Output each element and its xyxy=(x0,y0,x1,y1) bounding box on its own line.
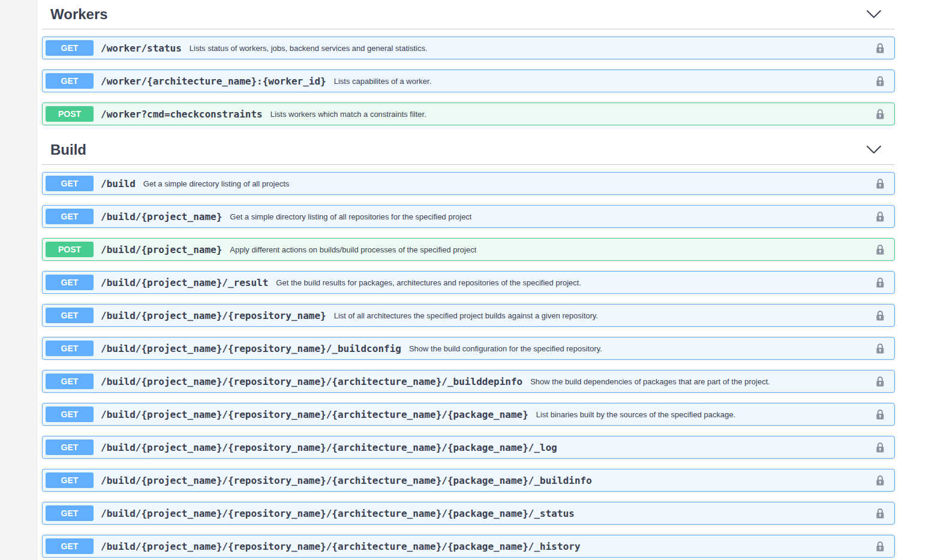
method-badge: GET xyxy=(46,341,94,356)
method-badge: GET xyxy=(46,209,94,224)
method-badge: GET xyxy=(46,374,94,389)
endpoint-path: /worker?cmd=checkconstraints xyxy=(101,109,263,120)
endpoint-path: /build/{project_name}/{repository_name}/… xyxy=(101,508,575,519)
method-badge: GET xyxy=(46,439,94,455)
lock-icon[interactable] xyxy=(872,442,888,453)
endpoint-row[interactable]: GET /worker/{architecture_name}:{worker_… xyxy=(42,70,895,92)
lock-icon[interactable] xyxy=(872,109,888,120)
endpoint-path: /build/{project_name}/{repository_name}/… xyxy=(101,442,557,453)
lock-icon[interactable] xyxy=(872,76,888,87)
endpoint-row[interactable]: POST /build/{project_name} Apply differe… xyxy=(42,238,895,261)
endpoint-description: Get a simple directory listing of all pr… xyxy=(143,179,289,188)
endpoint-path: /build xyxy=(101,178,136,189)
endpoint-row[interactable]: GET /build/{project_name}/{repository_na… xyxy=(42,502,895,525)
endpoint-path: /build/{project_name}/{repository_name}/… xyxy=(101,475,592,486)
lock-icon[interactable] xyxy=(872,343,888,354)
section-operations: GET /build Get a simple directory listin… xyxy=(42,172,895,558)
endpoint-description: Lists workers which match a constraints … xyxy=(270,110,426,119)
section-header[interactable]: Workers xyxy=(42,0,895,29)
endpoint-path: /worker/{architecture_name}:{worker_id} xyxy=(101,76,326,87)
method-badge: GET xyxy=(46,538,94,554)
lock-icon[interactable] xyxy=(872,43,888,54)
lock-icon[interactable] xyxy=(872,541,888,552)
method-badge: GET xyxy=(46,308,94,323)
lock-icon[interactable] xyxy=(872,508,888,519)
endpoint-description: Get the build results for packages, arch… xyxy=(276,278,581,287)
section-operations: GET /worker/status Lists status of worke… xyxy=(42,37,895,125)
endpoint-row[interactable]: GET /build/{project_name}/{repository_na… xyxy=(42,436,895,459)
endpoint-row[interactable]: GET /build/{project_name}/{repository_na… xyxy=(42,370,895,393)
lock-icon[interactable] xyxy=(872,310,888,321)
lock-icon[interactable] xyxy=(872,178,888,189)
endpoint-description: Show the build configuration for the spe… xyxy=(409,344,602,353)
api-section: Workers GET /worker/status Lists status … xyxy=(42,0,895,125)
endpoint-path: /build/{project_name}/{repository_name}/… xyxy=(101,343,401,354)
chevron-down-icon[interactable] xyxy=(865,145,883,155)
endpoint-path: /build/{project_name}/_result xyxy=(101,277,268,288)
method-badge: GET xyxy=(46,40,94,56)
endpoint-row[interactable]: GET /build/{project_name}/{repository_na… xyxy=(42,337,895,360)
endpoint-description: List of all architectures the specified … xyxy=(334,311,599,320)
endpoint-path: /build/{project_name}/{repository_name}/… xyxy=(101,376,522,387)
method-badge: GET xyxy=(46,275,94,290)
endpoint-row[interactable]: GET /build/{project_name}/{repository_na… xyxy=(42,403,895,426)
endpoint-row[interactable]: POST /worker?cmd=checkconstraints Lists … xyxy=(42,103,895,125)
section-title: Build xyxy=(50,141,86,158)
chevron-down-icon[interactable] xyxy=(865,10,883,19)
method-badge: GET xyxy=(46,176,94,191)
endpoint-row[interactable]: GET /build Get a simple directory listin… xyxy=(42,172,895,195)
endpoint-description: Get a simple directory listing of all re… xyxy=(230,212,471,221)
endpoint-row[interactable]: GET /build/{project_name} Get a simple d… xyxy=(42,205,895,228)
method-badge: GET xyxy=(46,73,94,89)
endpoint-description: Lists status of workers, jobs, backend s… xyxy=(190,44,428,53)
api-sections: Workers GET /worker/status Lists status … xyxy=(42,0,895,558)
endpoint-row[interactable]: GET /build/{project_name}/{repository_na… xyxy=(42,535,895,558)
endpoint-description: List binaries built by the sources of th… xyxy=(536,410,735,419)
endpoint-path: /build/{project_name} xyxy=(101,244,222,255)
lock-icon[interactable] xyxy=(872,376,888,387)
endpoint-row[interactable]: GET /build/{project_name}/_result Get th… xyxy=(42,271,895,294)
endpoint-path: /build/{project_name} xyxy=(101,211,222,222)
page-left-gutter xyxy=(0,0,37,560)
endpoint-row[interactable]: GET /build/{project_name}/{repository_na… xyxy=(42,304,895,327)
section-header[interactable]: Build xyxy=(42,136,895,165)
lock-icon[interactable] xyxy=(872,244,888,255)
lock-icon[interactable] xyxy=(872,409,888,420)
lock-icon[interactable] xyxy=(872,277,888,288)
method-badge: GET xyxy=(46,505,94,521)
method-badge: GET xyxy=(46,472,94,488)
method-badge: GET xyxy=(46,407,94,422)
endpoint-description: Show the build dependencies of packages … xyxy=(530,377,770,386)
endpoint-row[interactable]: GET /worker/status Lists status of worke… xyxy=(42,37,895,59)
api-section: Build GET /build Get a simple directory … xyxy=(42,136,895,558)
lock-icon[interactable] xyxy=(872,475,888,486)
api-documentation: Workers GET /worker/status Lists status … xyxy=(42,0,895,558)
endpoint-path: /worker/status xyxy=(101,43,182,54)
section-title: Workers xyxy=(50,6,108,23)
endpoint-description: Lists capabilites of a worker. xyxy=(334,77,432,86)
method-badge: POST xyxy=(46,106,94,122)
endpoint-path: /build/{project_name}/{repository_name}/… xyxy=(101,409,528,420)
endpoint-row[interactable]: GET /build/{project_name}/{repository_na… xyxy=(42,469,895,492)
endpoint-description: Apply different actions on builds/build … xyxy=(230,245,476,254)
method-badge: POST xyxy=(46,242,94,257)
lock-icon[interactable] xyxy=(872,211,888,222)
endpoint-path: /build/{project_name}/{repository_name} xyxy=(101,310,326,321)
endpoint-path: /build/{project_name}/{repository_name}/… xyxy=(101,541,581,552)
